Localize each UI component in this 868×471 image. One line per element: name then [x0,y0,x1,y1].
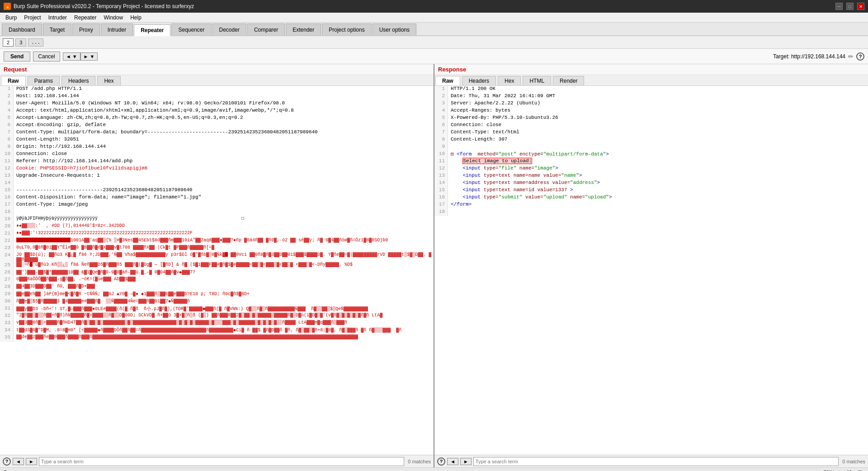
response-search-input[interactable] [473,457,839,466]
request-tab-params[interactable]: Params [28,76,60,85]
request-code-area: 1POST /add.php HTTP/1.1 2Host: 192.168.1… [0,86,434,455]
repeater-tab-more[interactable]: ... [28,38,43,47]
req-line-9: 9Origin: http://192.168.144.144 [0,144,434,151]
request-tab-headers[interactable]: Headers [61,76,95,85]
response-tab-html[interactable]: HTML [523,76,551,85]
titlebar-controls[interactable]: ─ □ ✕ [835,3,864,10]
minimize-button[interactable]: ─ [835,3,843,10]
repeater-subtab-bar: 2 3 ... [0,36,868,49]
app-icon: 🔥 [4,3,11,10]
send-button[interactable]: Send [4,52,30,61]
resp-line-12: 12 <input type="file" name="image"> [434,165,868,173]
tab-comparer[interactable]: Comparer [247,24,285,35]
resp-line-13: 13 <input type=text name=name value="nam… [434,173,868,180]
close-button[interactable]: ✕ [857,3,864,10]
req-line-21: 21♦●▓▓▓:'!322222222222222222222222222222… [0,231,434,238]
req-line-1: 1POST /add.php HTTP/1.1 [0,86,434,93]
req-line-8: 8Content-Length: 32051 [0,137,434,144]
response-panel-title: Response [434,64,868,75]
req-line-7: 7Content-Type: multipart/form-data; boun… [0,129,434,137]
response-search-next[interactable]: ► [460,458,472,465]
resp-line-3: 3Server: Apache/2.2.22 (Ubuntu) [434,100,868,108]
response-search-bar: ? ◄ ► 0 matches [434,455,868,467]
req-line-17: 17Content-Type: image/jpeg [0,202,434,209]
resp-line-5: 5X-Powered-By: PHP/5.3.10-1ubuntu3.26 [434,115,868,122]
help-icon[interactable]: ? [856,52,864,61]
req-line-26: 26▓▓')▓▓▓-▓▓$▓*▓▓▓▓▓▓10▓▓ &▓1▓Qe▓ñ▓0-9▓8… [0,269,434,277]
nav-prev-button[interactable]: ◄ ▼ [63,52,80,61]
request-tab-raw[interactable]: Raw [1,76,26,85]
req-line-23: 230uLT0,0▓8ñ▓01▓▓Y"Ël#▓▓0 ▓8▓▓ñ▓é▓X▓▓▓v▓… [0,245,434,252]
status-left: Done [4,470,15,471]
menu-help[interactable]: Help [127,14,145,22]
request-search-bar: ? ◄ ► 0 matches [0,455,434,467]
resp-line-2: 2Date: Thu, 31 Mar 2022 16:41:09 GMT [434,93,868,100]
req-line-3: 3User-Agent: Mozilla/5.0 (Windows NT 10.… [0,100,434,108]
maximize-button[interactable]: □ [846,3,854,10]
tab-user-options[interactable]: User options [373,24,416,35]
main-tab-bar: Dashboard Target Proxy Intruder Repeater… [0,23,868,36]
tab-extender[interactable]: Extender [286,24,321,35]
tab-repeater[interactable]: Repeater [134,24,170,36]
request-search-next[interactable]: ► [26,458,37,465]
request-match-count: 0 matches [408,459,431,464]
req-line-20: 20♦●▓▓▒▒▒:' , #DD (7),014440'$=8z<.342DD… [0,223,434,231]
tab-intruder[interactable]: Intruder [101,24,133,35]
tab-project-options[interactable]: Project options [322,24,371,35]
req-line-25: 25▓▓░=ñ█'ú▓ñù3 Kñ▒▒¿▒ f8& Ñeñ▓▓▓D5▓ñ▓▓▓ñ… [0,262,434,269]
request-search-input[interactable] [39,457,404,466]
repeater-tab-3[interactable]: 3 [15,38,26,47]
response-search-help[interactable]: ? [437,457,445,466]
resp-line-6: 6Connection: close [434,122,868,129]
titlebar-left: 🔥 Burp Suite Professional v2020.2 - Temp… [4,3,194,10]
tab-decoder[interactable]: Decoder [212,24,246,35]
menu-intruder[interactable]: Intruder [45,14,71,22]
resp-line-17: 17 </form> [434,202,868,209]
repeater-tab-2[interactable]: 2 [3,38,14,47]
menu-burp[interactable]: Burp [2,14,20,22]
req-line-6: 6Accept-Encoding: gzip, deflate [0,122,434,129]
response-tab-raw[interactable]: Raw [435,76,460,85]
request-toolbar: Send Cancel ◄ ▼ ► ▼ Target: http://192.1… [0,49,868,64]
request-search-help[interactable]: ? [3,457,11,466]
response-tab-render[interactable]: Render [553,76,584,85]
panels: Request Raw Params Headers Hex 1POST /ad… [0,64,868,467]
statusbar: Done 520 bytes 12 millis [0,467,868,471]
req-line-18: 18 [0,209,434,216]
target-info: Target: http://192.168.144.144 ✏ ? [773,52,864,61]
menu-project[interactable]: Project [20,14,44,22]
tab-sequencer[interactable]: Sequencer [171,24,211,35]
request-tab-hex[interactable]: Hex [97,76,120,85]
response-tab-hex[interactable]: Hex [498,76,521,85]
req-line-29: 29▓▓e▓▓e%▓▓ ]áP{B}me▓<▓ñ▓R ~tÑÑÑ; ▓▓mJ ▲… [0,291,434,298]
req-line-16: 16Content-Disposition: form-data; name="… [0,194,434,202]
resp-line-18: 18 [434,209,868,216]
tab-target[interactable]: Target [43,24,71,35]
resp-line-16: 16 <input type="submit" value="upload" n… [434,194,868,202]
request-panel-title: Request [0,64,434,75]
req-line-28: 28▓▓4▓▓3D▓▓▓D▓▓' ñ0, ▓▓▓ñ▓D×▓▓▓ [0,284,434,291]
menu-window[interactable]: Window [100,14,127,22]
menu-repeater[interactable]: Repeater [71,14,100,22]
req-line-35: 35▓▓de▓▓z▓▓▓ñe▓▓0▓▓▓ñ▓▓▓▓ñ▓▓▓ñ▓▓▓▓▓▓▓▓▓▓… [0,334,434,342]
titlebar: 🔥 Burp Suite Professional v2020.2 - Temp… [0,0,868,13]
req-line-5: 5Accept-Language: zh-CN,zh;q=0.8,zh-TW;q… [0,115,434,122]
request-search-prev[interactable]: ◄ [13,458,24,465]
resp-line-10: 10 ⊟ <form method="post" enctype="multip… [434,151,868,158]
status-right: 520 bytes 12 millis [824,470,865,471]
tab-proxy[interactable]: Proxy [72,24,100,35]
tab-dashboard[interactable]: Dashboard [2,24,42,35]
req-line-2: 2Host: 192.168.144.144 [0,93,434,100]
response-tab-headers[interactable]: Headers [462,76,496,85]
resp-line-7: 7Content-Type: text/html [434,129,868,137]
edit-icon[interactable]: ✏ [848,53,854,60]
response-panel: Response Raw Headers Hex HTML Render 1HT… [434,64,868,467]
response-search-prev[interactable]: ◄ [447,458,458,465]
req-line-11: 11Referer: http://192.168.144.144/add.ph… [0,158,434,165]
req-line-31: 31▓▓▓y▓▓D3 -Dñ+'! ST,▓☺▓▓▓ñ▓▓▓●0LE#▓▓▓▓(… [0,306,434,313]
nav-next-button[interactable]: ► ▼ [80,52,98,61]
menubar: Burp Project Intruder Repeater Window He… [0,13,868,23]
req-line-4: 4Accept: text/html,application/xhtml+xml… [0,108,434,115]
req-line-13: 13Upgrade-Insecure-Requests: 1 [0,173,434,180]
cancel-button[interactable]: Cancel [33,52,60,61]
